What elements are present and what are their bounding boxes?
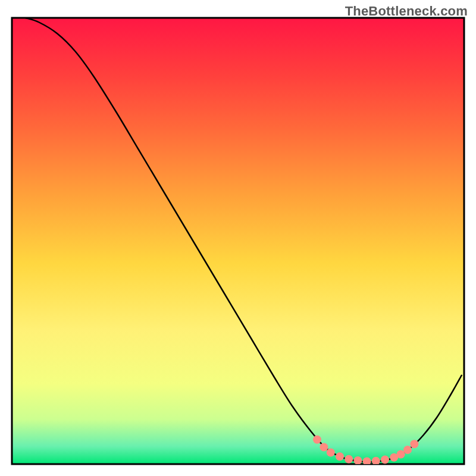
optimal-marker (381, 456, 389, 464)
optimal-marker (410, 440, 418, 448)
bottleneck-chart (0, 0, 476, 476)
chart-container: { "watermark": "TheBottleneck.com", "cha… (0, 0, 476, 476)
optimal-marker (327, 449, 335, 457)
optimal-marker (320, 443, 328, 452)
optimal-marker (336, 452, 344, 461)
optimal-marker (372, 457, 380, 465)
optimal-marker (397, 450, 405, 459)
plot-background (12, 18, 464, 464)
watermark-text: TheBottleneck.com (345, 4, 468, 19)
optimal-marker (403, 446, 412, 454)
optimal-marker (353, 456, 362, 465)
optimal-marker (345, 455, 353, 464)
optimal-marker (313, 436, 321, 444)
